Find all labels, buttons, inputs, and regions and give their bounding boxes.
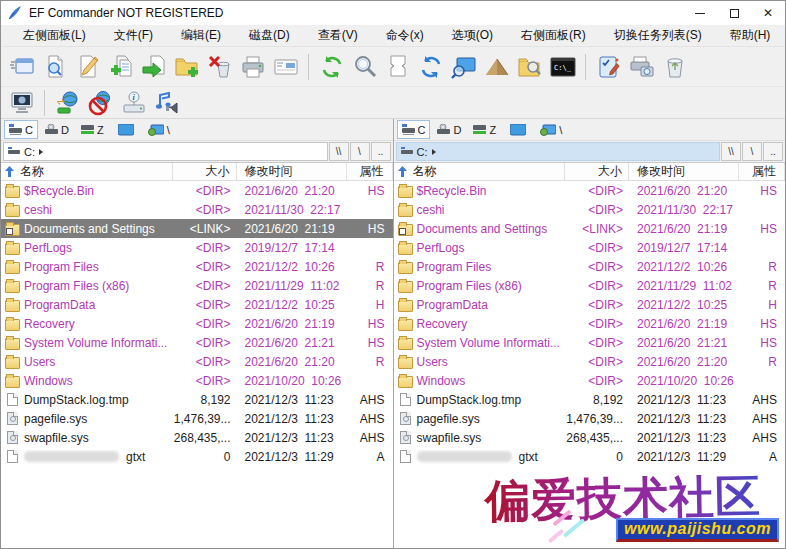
file-row[interactable]: ProgramData<DIR>2021/12/2 10:25H [394, 295, 786, 314]
file-row[interactable]: Program Files<DIR>2021/12/2 10:26R [394, 257, 786, 276]
file-row[interactable]: Users<DIR>2021/6/20 21:20R [1, 352, 393, 371]
column-header-modified[interactable]: 修改时间 [237, 163, 347, 180]
edit-file-icon[interactable] [71, 51, 104, 83]
file-row[interactable]: Users<DIR>2021/6/20 21:20R [394, 352, 786, 371]
desktop-button[interactable] [111, 120, 141, 139]
column-header-name[interactable]: 名称 [1, 163, 173, 180]
file-row[interactable]: gtxt02021/12/3 11:29A [394, 447, 786, 466]
drive-info-icon[interactable]: i [117, 89, 150, 117]
file-row[interactable]: pagefile.sys1,476,39...2021/12/3 11:23AH… [1, 409, 393, 428]
file-attrs-cell: HS [739, 317, 785, 331]
file-row[interactable]: Documents and Settings<LINK>2021/6/20 21… [1, 219, 393, 238]
search-files-icon[interactable] [348, 51, 381, 83]
minimize-icon[interactable] [683, 1, 717, 25]
print-files-icon[interactable] [236, 51, 269, 83]
screensaver-icon[interactable] [5, 89, 38, 117]
file-row[interactable]: Windows<DIR>2021/10/20 10:26 [394, 371, 786, 390]
file-row[interactable]: Windows<DIR>2021/10/20 10:26 [1, 371, 393, 390]
file-attrs-cell: A [347, 450, 393, 464]
file-row[interactable]: Program Files<DIR>2021/12/2 10:26R [1, 257, 393, 276]
disconnect-network-drive-icon[interactable] [84, 89, 117, 117]
menu-switch-tasklist[interactable]: 切换任务列表(S) [600, 24, 716, 47]
quick-view-panel-icon[interactable] [5, 51, 38, 83]
desktop-button[interactable] [503, 120, 533, 139]
column-header-size[interactable]: 大小 [565, 163, 629, 180]
menu-disk[interactable]: 磁盘(D) [235, 24, 304, 47]
drive-button-d[interactable]: D [40, 120, 74, 139]
left-root-button[interactable]: \ [350, 142, 370, 161]
send-email-icon[interactable] [269, 51, 302, 83]
view-file-icon[interactable] [38, 51, 71, 83]
file-size-cell: <DIR> [565, 374, 629, 388]
left-parent-button[interactable]: .. [371, 142, 391, 161]
drive-button-c[interactable]: C [4, 120, 38, 139]
column-header-attrs[interactable]: 属性 [347, 163, 393, 180]
refresh-icon[interactable] [315, 51, 348, 83]
menu-view[interactable]: 查看(V) [304, 24, 372, 47]
drive-button-c[interactable]: C [397, 120, 431, 139]
pack-files-icon[interactable] [480, 51, 513, 83]
new-folder-icon[interactable] [170, 51, 203, 83]
file-row[interactable]: gtxt02021/12/3 11:29A [1, 447, 393, 466]
delete-files-icon[interactable] [203, 51, 236, 83]
file-row[interactable]: $Recycle.Bin<DIR>2021/6/20 21:20HS [1, 181, 393, 200]
multimedia-player-icon[interactable] [150, 89, 183, 117]
column-header-size[interactable]: 大小 [173, 163, 237, 180]
file-row[interactable]: swapfile.sys268,435,...2021/12/3 11:23AH… [394, 428, 786, 447]
move-files-icon[interactable] [137, 51, 170, 83]
file-row[interactable]: $Recycle.Bin<DIR>2021/6/20 21:20HS [394, 181, 786, 200]
menu-help[interactable]: 帮助(H) [716, 24, 785, 47]
copy-files-icon[interactable] [104, 51, 137, 83]
maximize-icon[interactable] [717, 1, 751, 25]
network-button[interactable]: \ [535, 120, 567, 139]
file-row[interactable]: Recovery<DIR>2021/6/20 21:19HS [394, 314, 786, 333]
sync-panels-icon[interactable] [414, 51, 447, 83]
menu-file[interactable]: 文件(F) [100, 24, 167, 47]
file-row[interactable]: Documents and Settings<LINK>2021/6/20 21… [394, 219, 786, 238]
column-header-attrs[interactable]: 属性 [739, 163, 785, 180]
file-row[interactable]: DumpStack.log.tmp8,1922021/12/3 11:23AHS [394, 390, 786, 409]
right-path-field[interactable]: C: [396, 142, 721, 161]
file-row[interactable]: Program Files (x86)<DIR>2021/11/29 11:02… [1, 276, 393, 295]
right-root-unc-button[interactable]: \\ [721, 142, 741, 161]
recycle-bin-icon[interactable] [658, 51, 691, 83]
menu-edit[interactable]: 编辑(E) [167, 24, 235, 47]
right-root-button[interactable]: \ [742, 142, 762, 161]
file-row[interactable]: Program Files (x86)<DIR>2021/11/29 11:02… [394, 276, 786, 295]
file-row[interactable]: PerfLogs<DIR>2019/12/7 17:14 [1, 238, 393, 257]
preview-screen-icon[interactable] [447, 51, 480, 83]
file-row[interactable]: DumpStack.log.tmp8,1922021/12/3 11:23AHS [1, 390, 393, 409]
drive-button-d[interactable]: D [432, 120, 466, 139]
title-bar: EF Commander NOT REGISTERED ✕ [1, 1, 785, 25]
file-row[interactable]: swapfile.sys268,435,...2021/12/3 11:23AH… [1, 428, 393, 447]
search-in-folder-icon[interactable] [513, 51, 546, 83]
map-network-drive-icon[interactable] [51, 89, 84, 117]
file-row[interactable]: Recovery<DIR>2021/6/20 21:19HS [1, 314, 393, 333]
compare-files-icon[interactable] [381, 51, 414, 83]
column-header-name[interactable]: 名称 [394, 163, 566, 180]
menu-right-panel[interactable]: 右侧面板(R) [507, 24, 600, 47]
file-row[interactable]: System Volume Informati...<DIR>2021/6/20… [394, 333, 786, 352]
file-row[interactable]: PerfLogs<DIR>2019/12/7 17:14 [394, 238, 786, 257]
column-header-modified[interactable]: 修改时间 [629, 163, 739, 180]
file-attrs-cell: R [347, 279, 393, 293]
file-row[interactable]: ProgramData<DIR>2021/12/2 10:25H [1, 295, 393, 314]
drive-button-z[interactable]: Z [468, 120, 501, 139]
file-row[interactable]: ceshi<DIR>2021/11/30 22:17 [1, 200, 393, 219]
left-root-unc-button[interactable]: \\ [329, 142, 349, 161]
file-attrs-cell: HS [347, 336, 393, 350]
right-parent-button[interactable]: .. [763, 142, 783, 161]
left-path-field[interactable]: C: [3, 142, 328, 161]
menu-commands[interactable]: 命令(x) [372, 24, 438, 47]
menu-left-panel[interactable]: 左侧面板(L) [9, 24, 100, 47]
file-row[interactable]: pagefile.sys1,476,39...2021/12/3 11:23AH… [394, 409, 786, 428]
menu-options[interactable]: 选项(O) [438, 24, 507, 47]
network-button[interactable]: \ [143, 120, 175, 139]
close-icon[interactable]: ✕ [751, 1, 785, 25]
checklist-editor-icon[interactable] [592, 51, 625, 83]
command-prompt-icon[interactable]: C:\_ [546, 51, 579, 83]
screen-capture-icon[interactable] [625, 51, 658, 83]
file-row[interactable]: ceshi<DIR>2021/11/30 22:17 [394, 200, 786, 219]
file-row[interactable]: System Volume Informati...<DIR>2021/6/20… [1, 333, 393, 352]
drive-button-z[interactable]: Z [76, 120, 109, 139]
